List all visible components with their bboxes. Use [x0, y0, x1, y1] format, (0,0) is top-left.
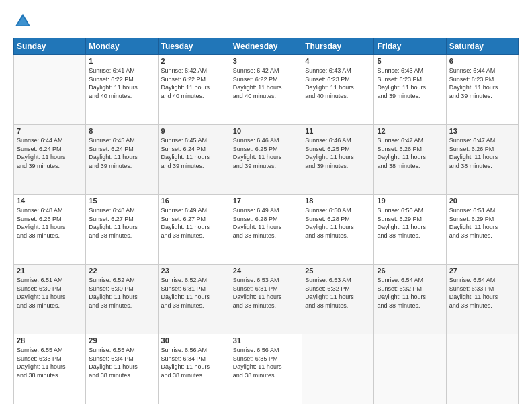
- day-number: 28: [17, 336, 83, 345]
- calendar-day-header: Saturday: [446, 38, 518, 55]
- calendar-cell: 22Sunrise: 6:52 AM Sunset: 6:30 PM Dayli…: [86, 265, 158, 334]
- day-info: Sunrise: 6:51 AM Sunset: 6:29 PM Dayligh…: [449, 206, 515, 240]
- calendar-day-header: Friday: [374, 38, 446, 55]
- calendar-cell: 8Sunrise: 6:45 AM Sunset: 6:24 PM Daylig…: [86, 125, 158, 195]
- calendar-cell: 19Sunrise: 6:50 AM Sunset: 6:29 PM Dayli…: [374, 195, 446, 265]
- day-info: Sunrise: 6:54 AM Sunset: 6:33 PM Dayligh…: [449, 276, 515, 310]
- calendar-cell: 18Sunrise: 6:50 AM Sunset: 6:28 PM Dayli…: [302, 195, 374, 265]
- day-number: 11: [305, 127, 371, 135]
- calendar-cell: 1Sunrise: 6:41 AM Sunset: 6:22 PM Daylig…: [86, 55, 158, 125]
- day-info: Sunrise: 6:44 AM Sunset: 6:24 PM Dayligh…: [17, 136, 83, 170]
- calendar-cell: 9Sunrise: 6:45 AM Sunset: 6:24 PM Daylig…: [158, 125, 230, 195]
- day-number: 26: [377, 267, 443, 275]
- calendar-cell: 30Sunrise: 6:56 AM Sunset: 6:34 PM Dayli…: [158, 334, 230, 404]
- day-number: 18: [305, 197, 371, 205]
- day-number: 13: [449, 127, 515, 135]
- calendar-cell: [302, 334, 374, 404]
- day-number: 6: [449, 57, 515, 65]
- day-number: 21: [17, 267, 83, 275]
- calendar-cell: 7Sunrise: 6:44 AM Sunset: 6:24 PM Daylig…: [14, 125, 86, 195]
- day-number: 1: [89, 57, 154, 65]
- day-number: 24: [233, 267, 299, 275]
- day-number: 8: [89, 127, 154, 135]
- day-info: Sunrise: 6:55 AM Sunset: 6:34 PM Dayligh…: [89, 346, 154, 379]
- day-info: Sunrise: 6:50 AM Sunset: 6:29 PM Dayligh…: [377, 206, 443, 240]
- calendar-cell: 20Sunrise: 6:51 AM Sunset: 6:29 PM Dayli…: [446, 195, 518, 265]
- day-info: Sunrise: 6:43 AM Sunset: 6:23 PM Dayligh…: [377, 66, 443, 100]
- day-number: 29: [89, 336, 154, 345]
- day-info: Sunrise: 6:51 AM Sunset: 6:30 PM Dayligh…: [17, 276, 83, 310]
- calendar-cell: 21Sunrise: 6:51 AM Sunset: 6:30 PM Dayli…: [14, 265, 86, 334]
- day-number: 25: [305, 267, 371, 275]
- day-info: Sunrise: 6:48 AM Sunset: 6:27 PM Dayligh…: [89, 206, 154, 240]
- day-info: Sunrise: 6:48 AM Sunset: 6:26 PM Dayligh…: [17, 206, 83, 240]
- calendar-day-header: Thursday: [302, 38, 374, 55]
- day-number: 17: [233, 197, 299, 205]
- day-info: Sunrise: 6:56 AM Sunset: 6:34 PM Dayligh…: [161, 346, 227, 379]
- day-number: 22: [89, 267, 154, 275]
- day-number: 12: [377, 127, 443, 135]
- calendar-cell: 15Sunrise: 6:48 AM Sunset: 6:27 PM Dayli…: [86, 195, 158, 265]
- calendar-day-header: Sunday: [14, 38, 86, 55]
- day-number: 14: [17, 197, 83, 205]
- day-number: 3: [233, 57, 299, 65]
- header: [13, 12, 519, 31]
- day-info: Sunrise: 6:52 AM Sunset: 6:30 PM Dayligh…: [89, 276, 154, 310]
- calendar-week-row: 7Sunrise: 6:44 AM Sunset: 6:24 PM Daylig…: [14, 125, 519, 195]
- day-number: 31: [233, 336, 299, 345]
- calendar-week-row: 14Sunrise: 6:48 AM Sunset: 6:26 PM Dayli…: [14, 195, 519, 265]
- day-info: Sunrise: 6:45 AM Sunset: 6:24 PM Dayligh…: [161, 136, 227, 170]
- day-number: 19: [377, 197, 443, 205]
- calendar-day-header: Wednesday: [230, 38, 302, 55]
- day-info: Sunrise: 6:49 AM Sunset: 6:27 PM Dayligh…: [161, 206, 227, 240]
- calendar-cell: 25Sunrise: 6:53 AM Sunset: 6:32 PM Dayli…: [302, 265, 374, 334]
- day-number: 10: [233, 127, 299, 135]
- day-info: Sunrise: 6:44 AM Sunset: 6:23 PM Dayligh…: [449, 66, 515, 100]
- day-info: Sunrise: 6:42 AM Sunset: 6:22 PM Dayligh…: [161, 66, 227, 100]
- calendar-cell: 12Sunrise: 6:47 AM Sunset: 6:26 PM Dayli…: [374, 125, 446, 195]
- calendar-cell: 14Sunrise: 6:48 AM Sunset: 6:26 PM Dayli…: [14, 195, 86, 265]
- calendar-table: SundayMondayTuesdayWednesdayThursdayFrid…: [13, 38, 519, 404]
- calendar-cell: 29Sunrise: 6:55 AM Sunset: 6:34 PM Dayli…: [86, 334, 158, 404]
- calendar-cell: 4Sunrise: 6:43 AM Sunset: 6:23 PM Daylig…: [302, 55, 374, 125]
- day-info: Sunrise: 6:56 AM Sunset: 6:35 PM Dayligh…: [233, 346, 299, 379]
- calendar-cell: 13Sunrise: 6:47 AM Sunset: 6:26 PM Dayli…: [446, 125, 518, 195]
- day-info: Sunrise: 6:55 AM Sunset: 6:33 PM Dayligh…: [17, 346, 83, 379]
- calendar-cell: 31Sunrise: 6:56 AM Sunset: 6:35 PM Dayli…: [230, 334, 302, 404]
- day-info: Sunrise: 6:53 AM Sunset: 6:32 PM Dayligh…: [305, 276, 371, 310]
- day-info: Sunrise: 6:46 AM Sunset: 6:25 PM Dayligh…: [305, 136, 371, 170]
- calendar-cell: 27Sunrise: 6:54 AM Sunset: 6:33 PM Dayli…: [446, 265, 518, 334]
- calendar-cell: 11Sunrise: 6:46 AM Sunset: 6:25 PM Dayli…: [302, 125, 374, 195]
- day-info: Sunrise: 6:45 AM Sunset: 6:24 PM Dayligh…: [89, 136, 154, 170]
- day-info: Sunrise: 6:43 AM Sunset: 6:23 PM Dayligh…: [305, 66, 371, 100]
- calendar-cell: 24Sunrise: 6:53 AM Sunset: 6:31 PM Dayli…: [230, 265, 302, 334]
- day-info: Sunrise: 6:54 AM Sunset: 6:32 PM Dayligh…: [377, 276, 443, 310]
- day-info: Sunrise: 6:47 AM Sunset: 6:26 PM Dayligh…: [449, 136, 515, 170]
- calendar-cell: 28Sunrise: 6:55 AM Sunset: 6:33 PM Dayli…: [14, 334, 86, 404]
- day-number: 5: [377, 57, 443, 65]
- calendar-cell: 2Sunrise: 6:42 AM Sunset: 6:22 PM Daylig…: [158, 55, 230, 125]
- day-number: 2: [161, 57, 227, 65]
- logo-icon: [13, 12, 32, 31]
- calendar-cell: 16Sunrise: 6:49 AM Sunset: 6:27 PM Dayli…: [158, 195, 230, 265]
- calendar-header-row: SundayMondayTuesdayWednesdayThursdayFrid…: [14, 38, 519, 55]
- calendar-cell: 5Sunrise: 6:43 AM Sunset: 6:23 PM Daylig…: [374, 55, 446, 125]
- day-number: 7: [17, 127, 83, 135]
- day-info: Sunrise: 6:53 AM Sunset: 6:31 PM Dayligh…: [233, 276, 299, 310]
- day-number: 9: [161, 127, 227, 135]
- calendar-day-header: Tuesday: [158, 38, 230, 55]
- day-info: Sunrise: 6:52 AM Sunset: 6:31 PM Dayligh…: [161, 276, 227, 310]
- calendar-week-row: 21Sunrise: 6:51 AM Sunset: 6:30 PM Dayli…: [14, 265, 519, 334]
- calendar-cell: 26Sunrise: 6:54 AM Sunset: 6:32 PM Dayli…: [374, 265, 446, 334]
- calendar-cell: [14, 55, 86, 125]
- calendar-cell: [374, 334, 446, 404]
- day-number: 27: [449, 267, 515, 275]
- day-number: 23: [161, 267, 227, 275]
- day-number: 4: [305, 57, 371, 65]
- calendar-cell: 3Sunrise: 6:42 AM Sunset: 6:22 PM Daylig…: [230, 55, 302, 125]
- day-number: 15: [89, 197, 154, 205]
- day-info: Sunrise: 6:47 AM Sunset: 6:26 PM Dayligh…: [377, 136, 443, 170]
- day-info: Sunrise: 6:50 AM Sunset: 6:28 PM Dayligh…: [305, 206, 371, 240]
- day-number: 20: [449, 197, 515, 205]
- day-info: Sunrise: 6:42 AM Sunset: 6:22 PM Dayligh…: [233, 66, 299, 100]
